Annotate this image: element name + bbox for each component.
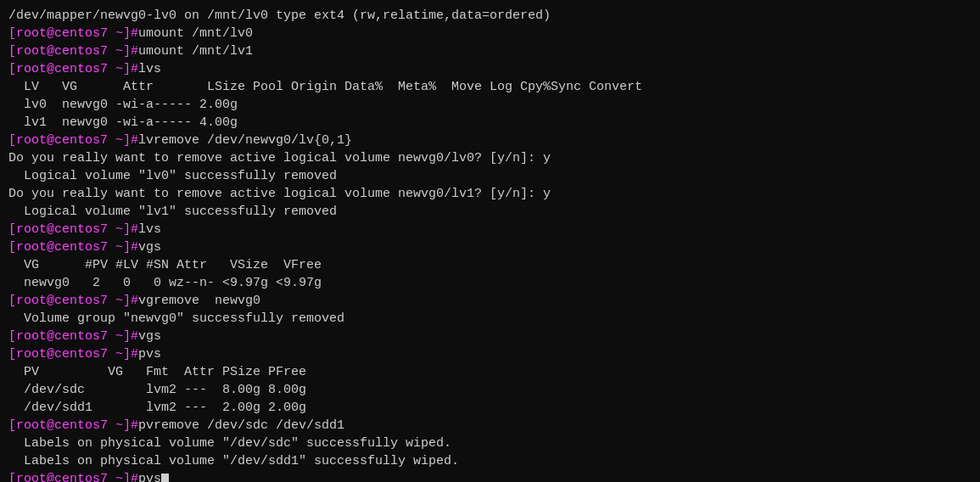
terminal-line: lv0 newvg0 -wi-a----- 2.00g <box>8 96 972 114</box>
terminal-line: [root@centos7 ~]#umount /mnt/lv0 <box>8 25 972 42</box>
terminal-line: PV VG Fmt Attr PSize PFree <box>8 363 972 381</box>
terminal-line: [root@centos7 ~]#vgs <box>8 328 972 345</box>
terminal-line: [root@centos7 ~]#umount /mnt/lv1 <box>8 42 972 60</box>
command-text: vgs <box>138 240 161 255</box>
terminal-line: [root@centos7 ~]#pvs <box>8 345 972 363</box>
terminal-line: LV VG Attr LSize Pool Origin Data% Meta%… <box>8 78 972 96</box>
command-text: vgs <box>138 329 161 344</box>
terminal-line: Labels on physical volume "/dev/sdc" suc… <box>8 434 972 452</box>
terminal-line: lv1 newvg0 -wi-a----- 4.00g <box>8 114 972 132</box>
terminal-line: VG #PV #LV #SN Attr VSize VFree <box>8 256 972 274</box>
output-text: Do you really want to remove active logi… <box>8 187 551 201</box>
terminal-line: [root@centos7 ~]#lvremove /dev/newvg0/lv… <box>8 132 972 149</box>
output-text: lv0 newvg0 -wi-a----- 2.00g <box>8 98 238 112</box>
terminal-line: /dev/mapper/newvg0-lv0 on /mnt/lv0 type … <box>8 7 972 25</box>
terminal-line: /dev/sdd1 lvm2 --- 2.00g 2.00g <box>8 399 972 417</box>
output-text: LV VG Attr LSize Pool Origin Data% Meta%… <box>8 80 642 94</box>
output-text: VG #PV #LV #SN Attr VSize VFree <box>8 258 322 272</box>
command-text: umount /mnt/lv1 <box>138 44 253 59</box>
command-text: lvs <box>138 62 161 76</box>
terminal-line: Labels on physical volume "/dev/sdd1" su… <box>8 452 972 470</box>
output-text: Do you really want to remove active logi… <box>8 151 551 165</box>
terminal-line: [root@centos7 ~]#vgs <box>8 238 972 256</box>
prompt-text: [root@centos7 ~]# <box>8 133 138 148</box>
prompt-text: [root@centos7 ~]# <box>8 329 138 344</box>
command-text: lvs <box>138 222 161 237</box>
output-text: Logical volume "lv1" successfully remove… <box>8 205 337 219</box>
command-text: pvs <box>138 347 161 362</box>
terminal-line: Do you really want to remove active logi… <box>8 185 972 203</box>
terminal-line: Do you really want to remove active logi… <box>8 149 972 167</box>
output-text: lv1 newvg0 -wi-a----- 4.00g <box>8 115 238 130</box>
cursor <box>161 474 169 482</box>
command-text: lvremove /dev/newvg0/lv{0,1} <box>138 133 352 148</box>
terminal-line: Logical volume "lv0" successfully remove… <box>8 167 972 185</box>
terminal-line: [root@centos7 ~]#lvs <box>8 60 972 78</box>
prompt-text: [root@centos7 ~]# <box>8 294 138 308</box>
output-text: /dev/mapper/newvg0-lv0 on /mnt/lv0 type … <box>8 8 551 23</box>
prompt-text: [root@centos7 ~]# <box>8 222 138 237</box>
prompt-text: [root@centos7 ~]# <box>8 418 138 433</box>
output-text: Logical volume "lv0" successfully remove… <box>8 169 337 183</box>
terminal-line: newvg0 2 0 0 wz--n- <9.97g <9.97g <box>8 274 972 292</box>
prompt-text: [root@centos7 ~]# <box>8 26 138 41</box>
output-text: /dev/sdd1 lvm2 --- 2.00g 2.00g <box>8 401 306 415</box>
terminal-line: [root@centos7 ~]#lvs <box>8 221 972 238</box>
terminal-line: Logical volume "lv1" successfully remove… <box>8 203 972 221</box>
terminal-line: /dev/sdc lvm2 --- 8.00g 8.00g <box>8 381 972 399</box>
terminal-line: [root@centos7 ~]#pvremove /dev/sdc /dev/… <box>8 417 972 434</box>
output-text: /dev/sdc lvm2 --- 8.00g 8.00g <box>8 383 306 397</box>
prompt-text: [root@centos7 ~]# <box>8 44 138 59</box>
prompt-text: [root@centos7 ~]# <box>8 347 138 362</box>
output-text: PV VG Fmt Attr PSize PFree <box>8 365 306 379</box>
output-text: Labels on physical volume "/dev/sdc" suc… <box>8 436 451 451</box>
terminal-window[interactable]: /dev/mapper/newvg0-lv0 on /mnt/lv0 type … <box>0 0 980 482</box>
terminal-line: Volume group "newvg0" successfully remov… <box>8 310 972 328</box>
terminal-line: [root@centos7 ~]#pvs <box>8 470 972 482</box>
output-text: Volume group "newvg0" successfully remov… <box>8 311 344 326</box>
output-text: Labels on physical volume "/dev/sdd1" su… <box>8 454 459 468</box>
command-text: pvs <box>138 472 161 482</box>
command-text: pvremove /dev/sdc /dev/sdd1 <box>138 418 344 433</box>
prompt-text: [root@centos7 ~]# <box>8 472 138 482</box>
prompt-text: [root@centos7 ~]# <box>8 62 138 76</box>
command-text: vgremove newvg0 <box>138 294 260 308</box>
terminal-line: [root@centos7 ~]#vgremove newvg0 <box>8 292 972 310</box>
output-text: newvg0 2 0 0 wz--n- <9.97g <9.97g <box>8 276 322 290</box>
prompt-text: [root@centos7 ~]# <box>8 240 138 255</box>
command-text: umount /mnt/lv0 <box>138 26 253 41</box>
